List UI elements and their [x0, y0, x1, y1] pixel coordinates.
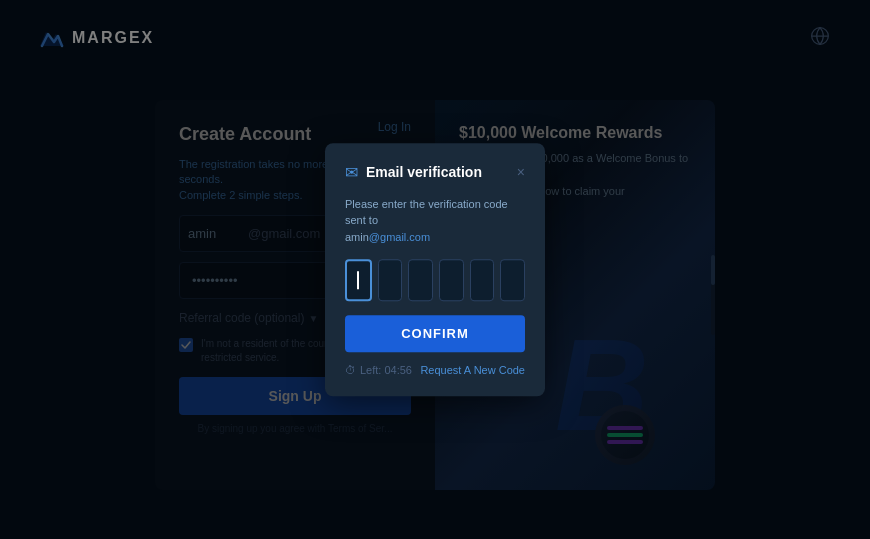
otp-box-3[interactable] [408, 259, 433, 301]
modal-header: ✉ Email verification × [345, 163, 525, 182]
clock-icon: ⏱ [345, 364, 356, 376]
otp-box-5[interactable] [470, 259, 495, 301]
modal-title-row: ✉ Email verification [345, 163, 482, 182]
otp-box-6[interactable] [500, 259, 525, 301]
close-button[interactable]: × [517, 165, 525, 179]
confirm-button[interactable]: CONFIRM [345, 315, 525, 352]
timer-label: Left: 04:56 [360, 364, 412, 376]
otp-box-4[interactable] [439, 259, 464, 301]
otp-cursor [357, 271, 359, 289]
timer-row: ⏱ Left: 04:56 [345, 364, 412, 376]
modal-title: Email verification [366, 164, 482, 180]
email-icon: ✉ [345, 163, 358, 182]
email-verification-modal: ✉ Email verification × Please enter the … [325, 143, 545, 397]
modal-footer: ⏱ Left: 04:56 Request A New Code [345, 364, 525, 376]
modal-description: Please enter the verification code sent … [345, 196, 525, 246]
otp-box-1[interactable] [345, 259, 372, 301]
otp-container[interactable] [345, 259, 525, 301]
request-code-link[interactable]: Request A New Code [420, 364, 525, 376]
otp-box-2[interactable] [378, 259, 403, 301]
